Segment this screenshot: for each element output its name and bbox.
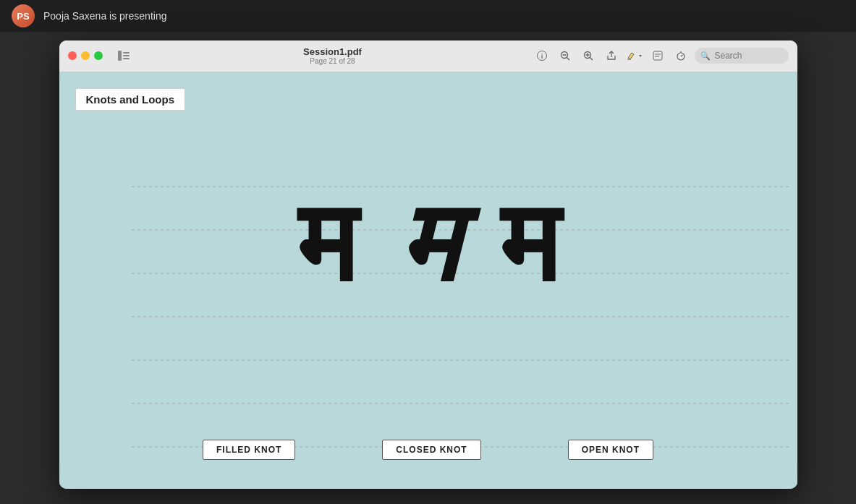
presenter-label: Pooja Saxena is presenting (43, 10, 166, 22)
traffic-lights (68, 51, 103, 60)
svg-line-7 (567, 58, 569, 61)
sidebar-toggle-icon[interactable] (114, 46, 133, 65)
slide-title: Knots and Loops (75, 88, 186, 111)
toolbar-center: Session1.pdf Page 21 of 28 (139, 46, 527, 65)
labels-area: FILLED KNOT CLOSED KNOT OPEN KNOT (59, 440, 797, 460)
minimize-button[interactable] (81, 51, 90, 60)
close-button[interactable] (68, 51, 77, 60)
filled-knot-char: म (298, 188, 356, 300)
share-icon[interactable] (602, 46, 621, 65)
svg-rect-3 (123, 58, 130, 59)
open-knot-char: म (501, 188, 559, 300)
svg-rect-1 (123, 52, 130, 54)
zoom-out-icon[interactable] (556, 46, 575, 65)
svg-rect-2 (123, 55, 130, 56)
search-icon: 🔍 (700, 51, 711, 61)
toolbar: Session1.pdf Page 21 of 28 i (59, 40, 797, 72)
fullscreen-button[interactable] (94, 51, 103, 60)
closed-knot-label: CLOSED KNOT (382, 440, 480, 460)
svg-line-19 (681, 55, 683, 56)
closed-knot-char: म (399, 188, 457, 300)
svg-rect-14 (653, 51, 662, 60)
info-icon[interactable]: i (533, 46, 551, 65)
timer-icon[interactable] (671, 46, 690, 65)
avatar: PS (12, 4, 35, 27)
svg-rect-0 (118, 51, 122, 61)
open-knot-label: OPEN KNOT (568, 440, 653, 460)
page-info-label: Page 21 of 28 (310, 57, 355, 65)
search-wrap: 🔍 (695, 48, 789, 64)
highlight-tool[interactable] (625, 46, 644, 65)
toolbar-right: i (533, 46, 789, 65)
filename-label: Session1.pdf (303, 46, 362, 57)
zoom-in-icon[interactable] (579, 46, 598, 65)
pdf-content: Knots and Loops म म म FILLED KNOT CLOSED… (59, 72, 797, 489)
svg-line-10 (590, 58, 593, 61)
chars-area: म म म (59, 188, 797, 300)
filled-knot-label: FILLED KNOT (203, 440, 295, 460)
window-wrapper: Session1.pdf Page 21 of 28 i (0, 32, 856, 504)
svg-text:i: i (541, 53, 543, 60)
mac-window: Session1.pdf Page 21 of 28 i (59, 40, 797, 489)
top-bar: PS Pooja Saxena is presenting (0, 0, 856, 32)
annotate-icon[interactable] (648, 46, 667, 65)
